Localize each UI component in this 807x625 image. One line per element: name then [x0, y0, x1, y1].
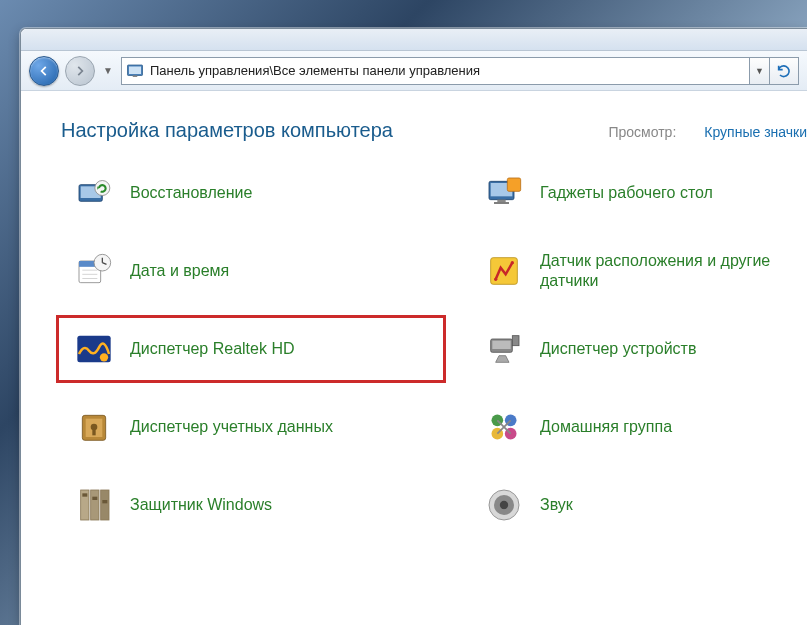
svg-rect-9	[494, 202, 509, 204]
defender-icon	[72, 483, 116, 527]
devices-icon	[482, 327, 526, 371]
titlebar	[21, 29, 807, 51]
svg-point-20	[494, 278, 497, 281]
content-area: Настройка параметров компьютера Просмотр…	[21, 91, 807, 625]
svg-point-5	[95, 181, 110, 196]
address-dropdown[interactable]: ▼	[749, 57, 769, 85]
history-dropdown[interactable]: ▼	[101, 56, 115, 86]
svg-rect-39	[101, 490, 109, 520]
cp-item-realtek[interactable]: Диспетчер Realtek HD	[61, 320, 441, 378]
cp-item-recovery[interactable]: Восстановление	[61, 164, 441, 222]
cp-item-label: Гаджеты рабочего стол	[540, 183, 713, 203]
cp-item-label: Диспетчер учетных данных	[130, 417, 333, 437]
cp-item-sound[interactable]: Звук	[471, 476, 807, 534]
homegroup-icon	[482, 405, 526, 449]
view-mode-link[interactable]: Крупные значки	[704, 124, 807, 140]
svg-point-23	[100, 353, 108, 361]
datetime-icon	[72, 249, 116, 293]
control-panel-icon	[126, 62, 144, 80]
svg-rect-2	[133, 75, 138, 77]
svg-rect-41	[92, 497, 97, 500]
explorer-window: ▼ Панель управления\Все элементы панели …	[20, 28, 807, 625]
svg-point-21	[511, 261, 514, 264]
view-label: Просмотр:	[608, 124, 676, 140]
cp-item-label: Диспетчер устройств	[540, 339, 696, 359]
svg-rect-25	[492, 341, 510, 349]
svg-rect-30	[92, 429, 95, 436]
cp-item-defender[interactable]: Защитник Windows	[61, 476, 441, 534]
creds-icon	[72, 405, 116, 449]
address-bar[interactable]: Панель управления\Все элементы панели уп…	[121, 57, 749, 85]
svg-rect-38	[91, 490, 99, 520]
cp-item-homegroup[interactable]: Домашняя группа	[471, 398, 807, 456]
cp-item-label: Дата и время	[130, 261, 229, 281]
cp-item-sensor[interactable]: Датчик расположения и другие датчики	[471, 242, 807, 300]
svg-rect-8	[497, 200, 505, 203]
cp-item-gadgets[interactable]: Гаджеты рабочего стол	[471, 164, 807, 222]
sensor-icon	[482, 249, 526, 293]
cp-item-label: Диспетчер Realtek HD	[130, 339, 295, 359]
sound-icon	[482, 483, 526, 527]
svg-rect-1	[129, 66, 141, 74]
svg-rect-26	[512, 336, 519, 346]
cp-item-devices[interactable]: Диспетчер устройств	[471, 320, 807, 378]
gadgets-icon	[482, 171, 526, 215]
svg-point-45	[500, 501, 508, 509]
cp-item-label: Датчик расположения и другие датчики	[540, 251, 796, 291]
header-row: Настройка параметров компьютера Просмотр…	[61, 119, 807, 142]
navbar: ▼ Панель управления\Все элементы панели …	[21, 51, 807, 91]
refresh-button[interactable]	[769, 57, 799, 85]
address-text: Панель управления\Все элементы панели уп…	[150, 63, 480, 78]
back-button[interactable]	[29, 56, 59, 86]
recovery-icon	[72, 171, 116, 215]
forward-button[interactable]	[65, 56, 95, 86]
cp-item-label: Восстановление	[130, 183, 252, 203]
page-title: Настройка параметров компьютера	[61, 119, 393, 142]
cp-item-label: Звук	[540, 495, 573, 515]
svg-rect-40	[82, 493, 87, 496]
cp-item-datetime[interactable]: Дата и время	[61, 242, 441, 300]
cp-item-label: Домашняя группа	[540, 417, 672, 437]
cp-item-label: Защитник Windows	[130, 495, 272, 515]
realtek-icon	[72, 327, 116, 371]
address-bar-wrap: Панель управления\Все элементы панели уп…	[121, 57, 799, 85]
svg-rect-10	[507, 178, 520, 191]
items-grid: ВосстановлениеГаджеты рабочего столДата …	[61, 164, 807, 534]
cp-item-creds[interactable]: Диспетчер учетных данных	[61, 398, 441, 456]
svg-rect-42	[102, 500, 107, 503]
